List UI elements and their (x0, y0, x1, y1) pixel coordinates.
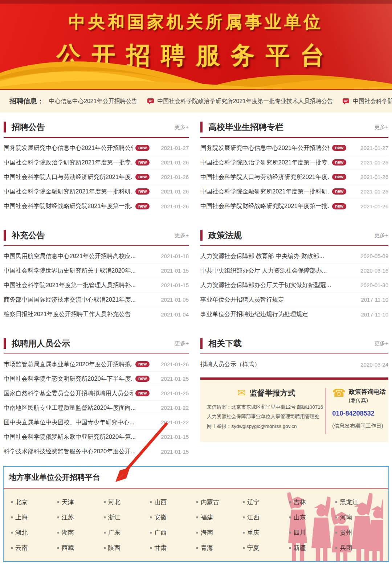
province-link[interactable]: 江西 (243, 510, 289, 525)
report-email-link[interactable]: sydwglspyglc@mohrss.gov.cn (232, 424, 297, 429)
new-badge: new (135, 203, 150, 209)
province-link[interactable]: 西藏 (57, 540, 104, 555)
phone-number-link[interactable]: 010-84208532 (332, 410, 387, 417)
province-link[interactable]: 广东 (104, 525, 150, 540)
province-link[interactable]: 甘肃 (150, 540, 196, 555)
province-link[interactable]: 海南 (196, 525, 243, 540)
section-accent-bar (4, 122, 6, 132)
bullet-icon (150, 516, 152, 518)
announcement-link[interactable]: 市场监管总局直属事业单位2020年度公开招聘拟... (4, 360, 132, 368)
section-title: 拟聘用人员公示 (12, 338, 70, 349)
province-link[interactable]: 天津 (57, 494, 104, 510)
province-link[interactable]: 湖北 (11, 525, 57, 540)
more-link[interactable]: 更多+ (175, 340, 189, 347)
bullet-icon (150, 501, 152, 503)
announcement-link[interactable]: 中国社会科学院人口与劳动经济研究所2021年度... (200, 173, 329, 181)
announcement-date: 2021-01-26 (360, 174, 388, 180)
announcement-link[interactable]: 科学技术部科技经费监管服务中心2020年度公开... (4, 448, 136, 455)
download-link[interactable]: 拟聘人员公示（样式） (200, 360, 260, 368)
list-item: 科学技术部科技经费监管服务中心2020年度公开... 2021-01-15 (4, 444, 189, 459)
more-link[interactable]: 更多+ (374, 232, 388, 239)
province-link[interactable]: 山西 (150, 494, 196, 510)
announcement-link[interactable]: 中国社会科学院财经战略研究院2021年度第一批... (4, 202, 132, 210)
announcement-link[interactable]: 中国社会科学院人口与劳动经济研究所2021年度... (4, 173, 132, 181)
announcement-link[interactable]: 中国社会科学院财经战略研究院2021年度第一批... (200, 202, 329, 210)
announcement-link[interactable]: 商务部中国国际经济技术交流中心取消2021年度... (4, 296, 136, 304)
section-supplementary-announcements: 补充公告 更多+ 中国民用航空局信息中心2021年公开招聘高校应... 2021… (4, 221, 189, 322)
list-item: 商务部中国国际经济技术交流中心取消2021年度... 2021-01-05 (4, 293, 189, 307)
province-link[interactable]: 吉林 (289, 494, 336, 510)
province-link[interactable]: 云南 (11, 540, 57, 555)
announcement-link[interactable]: 中国社会科学院2021年度第一批管理人员招聘补... (4, 281, 136, 289)
announcement-link[interactable]: 中国社会科学院俄罗斯东欧中亚研究所2020年第... (4, 433, 136, 441)
province-link[interactable]: 河北 (104, 494, 150, 510)
announcement-link[interactable]: 团中央直属单位中央团校、中国青少年研究中心... (4, 418, 134, 426)
province-link[interactable]: 四川 (289, 525, 336, 540)
province-link[interactable]: 内蒙古 (196, 494, 243, 510)
announcement-link[interactable]: 国家自然科学基金委员会公开招聘拟聘用人员公示 (4, 389, 132, 397)
province-link[interactable]: 新疆 (289, 540, 336, 555)
province-link[interactable]: 贵州 (335, 525, 382, 540)
bullet-icon (243, 547, 245, 549)
ticker-label: 招聘信息： (9, 97, 44, 106)
province-link[interactable]: 北京 (11, 494, 57, 510)
announcement-link[interactable]: 人力资源社会保障部 教育部 中央编办 财政部... (200, 252, 324, 260)
bullet-icon (243, 501, 245, 503)
ticker-announcement-link[interactable]: 中国社会科学院政治学研究所2021年度第一批专业技术人员招聘公告 (158, 98, 333, 105)
province-link[interactable]: 辽宁 (243, 494, 289, 510)
announcement-link[interactable]: 国务院发展研究中心信息中心2021年公开招聘公告 (4, 144, 132, 152)
report-online-line: 网上举报：sydwglspyglc@mohrss.gov.cn (207, 422, 326, 431)
new-badge: new (135, 159, 150, 166)
announcement-date: 2021-01-26 (161, 188, 189, 195)
province-link[interactable]: 宁夏 (243, 540, 289, 555)
section-policies-regulations: 政策法规 更多+ 人力资源社会保障部 教育部 中央编办 财政部... 2020-… (200, 221, 388, 322)
province-link[interactable]: 黑龙江 (335, 494, 382, 510)
announcement-link[interactable]: 中国社会科学院生态文明研究所2020年下半年度... (4, 375, 132, 383)
province-link[interactable]: 青海 (196, 540, 243, 555)
more-link[interactable]: 更多+ (374, 340, 388, 347)
ticker-announcement-link[interactable]: 中心信息中心2021年公开招聘公告 (49, 98, 138, 105)
list-item: 中国民用航空局信息中心2021年公开招聘高校应... 2021-01-18 (4, 249, 189, 263)
announcement-link[interactable]: 中国社会科学院金融研究所2021年度第一批科研... (200, 188, 329, 196)
more-link[interactable]: 更多+ (175, 124, 189, 131)
gold-waves-decoration (0, 54, 392, 89)
new-badge: new (332, 203, 346, 209)
more-link[interactable]: 更多+ (374, 124, 388, 131)
province-link[interactable]: 浙江 (104, 510, 150, 525)
announcement-link[interactable]: 中国社会科学院金融研究所2021年度第一批科研... (4, 188, 132, 196)
announcement-link[interactable]: 中国社会科学院政治学研究所2021年度第一批专... (4, 159, 132, 167)
ticker-announcement-link[interactable]: 中国社会科学院人口与 (353, 98, 392, 105)
phone-contact-block: ☎ 政策咨询电话 (兼传真) 010-84208532 (信息发布期间工作日) (326, 388, 387, 434)
announcement-link[interactable]: 检察日报社2021年度公开招聘工作人员补充公告 (4, 310, 131, 318)
bullet-icon (104, 501, 106, 503)
province-link[interactable]: 安徽 (150, 510, 196, 525)
list-item: 国家自然科学基金委员会公开招聘拟聘用人员公示 new 2021-01-25 (4, 386, 189, 401)
announcement-link[interactable]: 人力资源社会保障部办公厅关于切实做好新型冠... (200, 281, 331, 289)
province-link[interactable]: 江苏 (57, 510, 104, 525)
announcement-link[interactable]: 中共中央组织部办公厅 人力资源社会保障部办... (200, 267, 327, 275)
province-link[interactable]: 湖南 (57, 525, 104, 540)
announcement-link[interactable]: 中国社会科学院政治学研究所2021年度第一批专... (200, 159, 329, 167)
more-link[interactable]: 更多+ (175, 232, 189, 239)
province-link[interactable]: 山东 (289, 510, 336, 525)
download-date: 2020-03-24 (360, 361, 388, 368)
announcement-link[interactable]: 中国社会科学院世界历史研究所关于取消2020年... (4, 267, 136, 275)
announcement-link[interactable]: 国务院发展研究中心信息中心2021年公开招聘公告 (200, 144, 329, 152)
announcement-link[interactable]: 事业单位公开招聘人员暂行规定 (200, 296, 284, 304)
announcement-link[interactable]: 中国民用航空局信息中心2021年公开招聘高校应... (4, 252, 136, 260)
province-link[interactable]: 陕西 (104, 540, 150, 555)
list-item: 事业单位公开招聘人员暂行规定 2017-11-10 (200, 293, 388, 307)
province-link[interactable]: 上海 (11, 510, 57, 525)
list-item: 检察日报社2021年度公开招聘工作人员补充公告 2021-01-04 (4, 307, 189, 322)
province-link[interactable]: 广西 (150, 525, 196, 540)
report-contact-block: ✉ 监督举报方式 来信请寄：北京市东城区和平里中街12号 邮编100716 人力… (207, 385, 326, 436)
announcement-link[interactable]: 中南地区民航专业工程质量监督站2020年度面向... (4, 404, 136, 412)
province-link[interactable]: 河南 (335, 510, 382, 525)
contact-info-box: ✉ 监督举报方式 来信请寄：北京市东城区和平里中街12号 邮编100716 人力… (200, 377, 388, 442)
province-link[interactable]: 兵团 (335, 540, 382, 555)
announcement-bubble-icon (342, 98, 350, 105)
province-link[interactable]: 福建 (196, 510, 243, 525)
province-link[interactable]: 重庆 (243, 525, 289, 540)
announcement-link[interactable]: 事业单位公开招聘违纪违规行为处理规定 (200, 310, 308, 318)
list-item: 拟聘人员公示（样式） 2020-03-24 (200, 357, 388, 372)
